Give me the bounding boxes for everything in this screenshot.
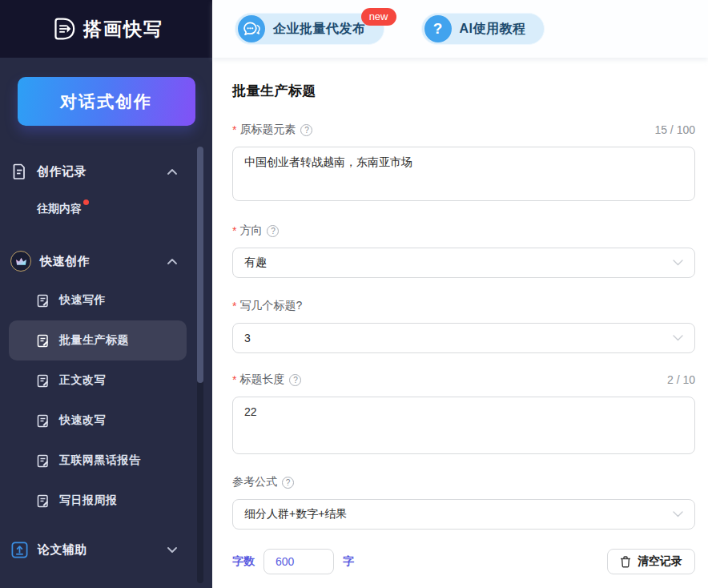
- edit-document-icon: [36, 494, 50, 508]
- required-marker: *: [232, 224, 236, 237]
- sidebar-item-daily-report[interactable]: 写日报周报: [9, 481, 196, 521]
- edit-document-icon: [36, 414, 50, 428]
- sidebar-item-label: 正文改写: [59, 373, 106, 388]
- help-icon[interactable]: ?: [267, 225, 279, 237]
- edit-document-icon: [36, 374, 50, 388]
- crown-icon: [10, 251, 31, 272]
- field-title-length-head: * 标题长度 ? 2 / 10: [232, 373, 695, 387]
- chevron-down-icon: [167, 547, 177, 553]
- sidebar-item-batch-titles[interactable]: 批量生产标题: [9, 320, 187, 360]
- formula-select[interactable]: 细分人群+数字+结果: [232, 499, 695, 530]
- sidebar-item-label: 写日报周报: [59, 493, 118, 508]
- sidebar-item-paper-assist[interactable]: 论文辅助: [0, 530, 212, 569]
- sidebar-item-label: 互联网黑话报告: [59, 453, 141, 468]
- brand-name: 搭画快写: [83, 17, 163, 42]
- document-icon: [10, 163, 28, 180]
- edit-document-icon: [36, 454, 50, 468]
- new-badge: new: [361, 8, 396, 26]
- direction-select[interactable]: 有趣: [232, 248, 695, 278]
- sidebar-item-label: 快速改写: [59, 413, 106, 428]
- word-count-label: 字数: [232, 554, 255, 569]
- char-counter: 2 / 10: [667, 373, 695, 386]
- word-count-unit: 字: [343, 554, 354, 569]
- edit-document-icon: [36, 294, 50, 308]
- sidebar-item-internet-jargon[interactable]: 互联网黑话报告: [9, 441, 196, 481]
- field-direction-head: * 方向 ?: [232, 224, 695, 238]
- title-length-textarea[interactable]: 22: [232, 397, 695, 454]
- footer-row: 字数 字 清空记录: [232, 549, 695, 574]
- field-label: 原标题元素: [239, 123, 296, 137]
- formula-select-value: 细分人群+数字+结果: [244, 507, 347, 522]
- field-title-count-head: * 写几个标题?: [232, 299, 695, 313]
- paper-upload-icon: [10, 541, 29, 559]
- help-icon[interactable]: ?: [282, 477, 294, 489]
- clear-records-label: 清空记录: [638, 554, 682, 569]
- sidebar-item-past-content[interactable]: 往期内容: [0, 191, 212, 228]
- field-label: 参考公式: [232, 475, 277, 489]
- clear-records-button[interactable]: 清空记录: [607, 549, 695, 574]
- chevron-up-icon: [167, 169, 177, 175]
- chevron-down-icon: [673, 260, 683, 266]
- logo-icon: [49, 15, 76, 42]
- chat-bubbles-icon: [238, 15, 265, 42]
- page-title: 批量生产标题: [232, 82, 695, 100]
- sidebar-item-quick-write[interactable]: 快速写作: [9, 280, 196, 320]
- word-count-input[interactable]: [263, 549, 334, 574]
- brand-logo[interactable]: 搭画快写: [0, 0, 212, 58]
- title-count-select-value: 3: [244, 332, 251, 344]
- sidebar: 搭画快写 对话式创作 创作记录 往期内容: [0, 0, 212, 588]
- sidebar-item-label: 论文辅助: [38, 542, 87, 558]
- field-label: 方向: [239, 224, 262, 238]
- required-marker: *: [232, 123, 236, 136]
- dialog-create-button[interactable]: 对话式创作: [18, 77, 195, 126]
- sidebar-item-label: 往期内容: [37, 202, 82, 216]
- direction-select-value: 有趣: [244, 256, 267, 270]
- sidebar-item-label: 批量生产标题: [59, 333, 129, 348]
- char-counter: 15 / 100: [654, 123, 695, 136]
- chevron-down-icon: [673, 335, 683, 341]
- required-marker: *: [232, 373, 236, 386]
- main-area: 企业批量代发布 new ? AI使用教程 批量生产标题 * 原标题元素 ? 15…: [212, 0, 708, 588]
- original-title-textarea[interactable]: 中国创业者转战越南，东南亚市场: [232, 147, 695, 201]
- notification-dot: [83, 199, 89, 205]
- sidebar-item-body-rewrite[interactable]: 正文改写: [9, 360, 196, 401]
- sidebar-item-quick-rewrite[interactable]: 快速改写: [9, 401, 196, 441]
- edit-document-icon: [36, 334, 50, 348]
- field-label: 标题长度: [239, 373, 284, 387]
- sidebar-item-quick-create[interactable]: 快速创作: [0, 242, 212, 280]
- field-formula-head: 参考公式 ?: [232, 475, 695, 489]
- field-label: 写几个标题?: [239, 299, 302, 313]
- field-original-title-head: * 原标题元素 ? 15 / 100: [232, 123, 695, 137]
- enterprise-publish-label: 企业批量代发布: [273, 21, 366, 38]
- sidebar-item-label: 快速写作: [59, 293, 106, 308]
- ai-tutorial-label: AI使用教程: [460, 21, 526, 38]
- sidebar-scrollbar-thumb[interactable]: [197, 147, 203, 383]
- form-panel: 批量生产标题 * 原标题元素 ? 15 / 100 中国创业者转战越南，东南亚市…: [212, 82, 708, 574]
- topbar: 企业批量代发布 new ? AI使用教程: [212, 0, 708, 58]
- trash-icon: [620, 556, 631, 568]
- sidebar-item-label: 快速创作: [40, 254, 90, 269]
- sidebar-item-label: 创作记录: [37, 164, 86, 179]
- title-count-select[interactable]: 3: [232, 323, 695, 353]
- required-marker: *: [232, 300, 236, 312]
- chevron-down-icon: [673, 511, 683, 518]
- sidebar-nav: 创作记录 往期内容 快速创作: [0, 152, 212, 569]
- app-window: 搭画快写 对话式创作 创作记录 往期内容: [0, 0, 708, 588]
- chevron-up-icon: [167, 259, 177, 264]
- help-icon[interactable]: ?: [300, 124, 312, 136]
- help-icon[interactable]: ?: [289, 374, 301, 386]
- ai-tutorial-button[interactable]: ? AI使用教程: [421, 13, 545, 45]
- sidebar-item-records[interactable]: 创作记录: [0, 152, 212, 191]
- enterprise-publish-button[interactable]: 企业批量代发布 new: [235, 13, 384, 45]
- question-icon: ?: [424, 15, 452, 42]
